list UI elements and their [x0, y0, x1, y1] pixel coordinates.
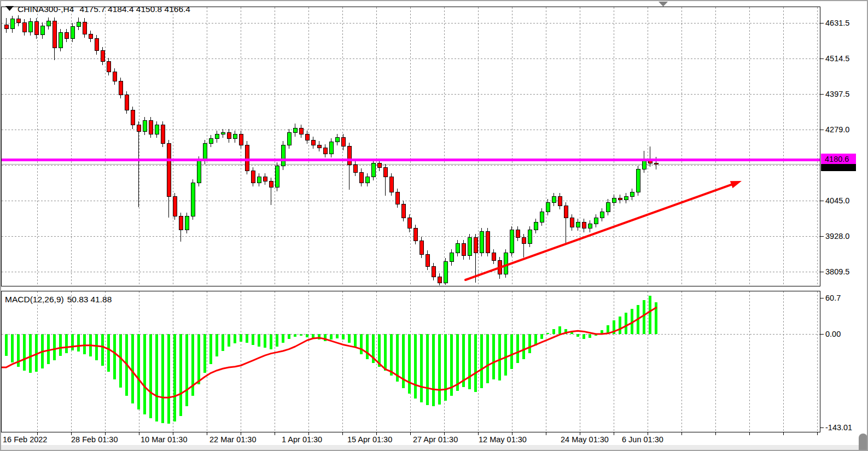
- chart-title: CHINA300-,H44175.7 4184.4 4150.8 4166.4: [18, 4, 190, 14]
- candle-body: [125, 95, 129, 110]
- macd-histogram-bar: [456, 334, 459, 391]
- macd-histogram-bar: [480, 334, 483, 388]
- macd-histogram-bar: [161, 334, 164, 423]
- macd-histogram-bar: [264, 334, 266, 348]
- macd-histogram-bar: [119, 334, 122, 388]
- macd-histogram-bar: [643, 300, 645, 334]
- candle-body: [456, 244, 459, 253]
- candle: [510, 226, 514, 256]
- candle-body: [480, 231, 483, 253]
- candle-body: [407, 218, 411, 228]
- candle-body: [395, 192, 399, 204]
- candle-body: [329, 142, 333, 154]
- candle-body: [113, 72, 116, 81]
- macd-histogram-bar: [240, 334, 242, 342]
- candle-body: [389, 177, 393, 192]
- macd-histogram-bar: [131, 334, 134, 403]
- vertical-scrollbar-thumb[interactable]: [859, 434, 867, 451]
- candle-body: [161, 125, 165, 143]
- candle-body: [504, 253, 508, 274]
- candle-body: [299, 128, 303, 134]
- macd-histogram-bar: [552, 329, 555, 334]
- candle-body: [251, 171, 255, 183]
- candle-body: [522, 238, 526, 244]
- candle-body: [137, 125, 141, 131]
- candle-body: [540, 212, 544, 222]
- time-axis-label: 6 Jun 01:30: [622, 435, 663, 444]
- macd-histogram-bar: [203, 334, 206, 373]
- chart-header: CHINA300-,H44175.7 4184.4 4150.8 4166.4: [5, 4, 190, 14]
- candle-body: [71, 26, 74, 38]
- macd-histogram-bar: [432, 334, 435, 406]
- macd-histogram-bar: [354, 334, 357, 348]
- macd-axis-label: 0.00: [825, 330, 841, 338]
- last-bar-marker-icon: [659, 2, 668, 7]
- macd-histogram-bar: [360, 334, 363, 354]
- candle-body: [654, 163, 658, 164]
- macd-histogram-bar: [246, 334, 248, 343]
- macd-histogram-bar: [65, 334, 68, 353]
- macd-axis-label: 60.7: [825, 294, 841, 302]
- candle-body: [630, 192, 634, 196]
- macd-histogram-bar: [59, 334, 62, 356]
- price-axis-label: 4279.0: [825, 125, 849, 134]
- macd-axis-label: -143.01: [825, 423, 852, 432]
- candle-body: [16, 19, 20, 23]
- candle-body: [570, 218, 574, 227]
- candle: [125, 91, 129, 114]
- candle-body: [450, 253, 453, 262]
- candle: [468, 234, 471, 260]
- candle-body: [293, 128, 297, 133]
- price-axis[interactable]: 4631.54514.54397.54279.04045.03928.03809…: [820, 19, 849, 276]
- candle-body: [119, 81, 123, 95]
- macd-histogram-bar: [95, 334, 98, 360]
- candle-body: [618, 198, 622, 200]
- candle: [275, 162, 279, 191]
- candle-body: [624, 197, 628, 200]
- candle: [131, 107, 135, 129]
- macd-histogram-bar: [589, 334, 591, 338]
- macd-histogram-bar: [23, 334, 26, 371]
- candle: [480, 228, 483, 256]
- macd-histogram-bar: [11, 334, 14, 362]
- macd-histogram-bar: [155, 334, 158, 421]
- candle-body: [281, 145, 285, 166]
- macd-histogram-bar: [486, 334, 489, 383]
- macd-histogram-bar: [348, 334, 351, 343]
- macd-histogram-bar: [540, 334, 543, 339]
- candle: [636, 166, 640, 196]
- price-axis-label: 4397.5: [825, 90, 849, 98]
- macd-histogram-bar: [655, 302, 657, 334]
- time-axis-label: 28 Feb 01:30: [71, 435, 118, 444]
- macd-label: MACD(12,26,9)50.8341.88: [5, 295, 112, 304]
- macd-histogram-bar: [625, 313, 627, 334]
- candle-body: [107, 61, 110, 72]
- candle-body: [401, 204, 405, 218]
- support-resistance-line[interactable]: [1, 159, 820, 161]
- candle-body: [432, 266, 435, 277]
- candle-body: [582, 222, 586, 229]
- candle-body: [311, 140, 315, 145]
- macd-histogram-bar: [113, 334, 116, 379]
- macd-histogram-bar: [558, 326, 561, 334]
- candle-body: [239, 134, 243, 145]
- candle: [191, 179, 195, 220]
- macd-value-axis[interactable]: 60.70.00-143.01: [820, 294, 852, 432]
- candle-body: [552, 197, 556, 203]
- time-axis[interactable]: 16 Feb 202228 Feb 01:3010 Mar 01:3022 Ma…: [3, 432, 818, 444]
- candle-body: [383, 168, 387, 177]
- macd-histogram-bar: [77, 334, 80, 352]
- candle-body: [420, 241, 423, 254]
- macd-histogram-bar: [137, 334, 140, 409]
- macd-histogram-bar: [185, 334, 188, 406]
- price-axis-label: 3809.5: [825, 267, 849, 276]
- candle-body: [191, 183, 195, 216]
- support-line[interactable]: [1, 159, 820, 161]
- candle-body: [413, 229, 417, 241]
- candle-body: [257, 177, 261, 183]
- candle-body: [143, 121, 147, 131]
- macd-histogram-bar: [282, 334, 284, 343]
- candle-body: [287, 133, 291, 145]
- price-axis-label: 4631.5: [825, 19, 849, 27]
- macd-histogram-bar: [366, 334, 369, 359]
